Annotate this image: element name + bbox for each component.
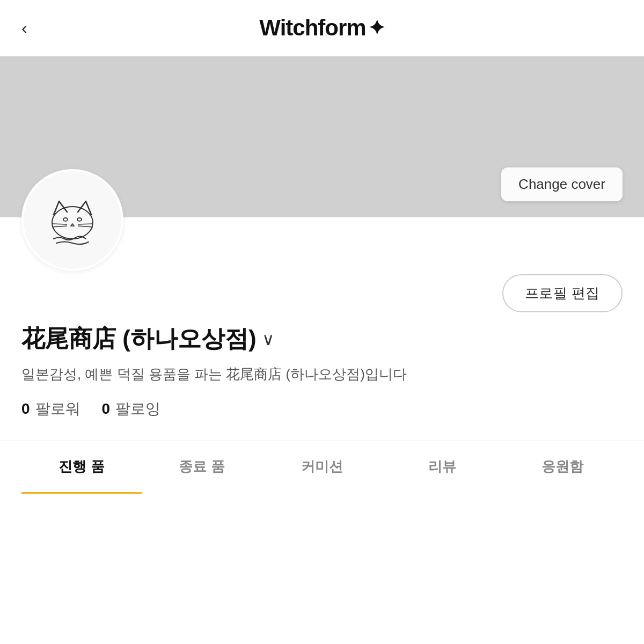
shop-name: 花尾商店 (하나오상점) ∨ (21, 323, 623, 355)
profile-info: 花尾商店 (하나오상점) ∨ 일본감성, 예쁜 덕질 용품을 파는 花尾商店 (… (0, 312, 644, 435)
svg-marker-3 (71, 224, 74, 226)
logo: Witchform✦ (259, 15, 384, 41)
follow-stats: 0 팔로워 0 팔로잉 (21, 399, 623, 419)
tab-2[interactable]: 커미션 (262, 441, 382, 494)
avatar-image (38, 185, 107, 255)
following-count: 0 (102, 400, 111, 418)
tab-0[interactable]: 진행 품 (21, 441, 142, 494)
logo-star-icon: ✦ (368, 16, 385, 40)
logo-text: Witchform (259, 15, 365, 41)
tab-3[interactable]: 리뷰 (382, 441, 502, 494)
followers-stat: 0 팔로워 (21, 399, 80, 419)
avatar (21, 169, 123, 271)
following-label: 팔로잉 (115, 399, 160, 419)
svg-point-0 (52, 207, 93, 239)
followers-count: 0 (21, 400, 30, 418)
profile-actions: 프로필 편집 (0, 266, 644, 312)
svg-line-6 (78, 224, 93, 224)
header: ‹ Witchform✦ (0, 0, 644, 56)
svg-line-7 (78, 226, 93, 227)
tab-4[interactable]: 응원함 (502, 441, 623, 494)
tab-1[interactable]: 종료 품 (142, 441, 262, 494)
shop-description: 일본감성, 예쁜 덕질 용품을 파는 花尾商店 (하나오상점)입니다 (21, 363, 623, 386)
chevron-down-icon[interactable]: ∨ (262, 329, 274, 349)
shop-name-text: 花尾商店 (하나오상점) (21, 323, 257, 355)
tabs: 진행 품종료 품커미션리뷰응원함 (0, 441, 644, 494)
svg-line-4 (52, 224, 67, 224)
svg-point-2 (77, 218, 82, 221)
following-stat: 0 팔로잉 (102, 399, 161, 419)
edit-profile-button[interactable]: 프로필 편집 (502, 274, 623, 312)
profile-section (0, 169, 644, 271)
svg-point-1 (63, 218, 68, 221)
followers-label: 팔로워 (35, 399, 80, 419)
back-button[interactable]: ‹ (21, 19, 27, 36)
svg-line-5 (52, 226, 67, 227)
tabs-container: 진행 품종료 품커미션리뷰응원함 (0, 441, 644, 494)
